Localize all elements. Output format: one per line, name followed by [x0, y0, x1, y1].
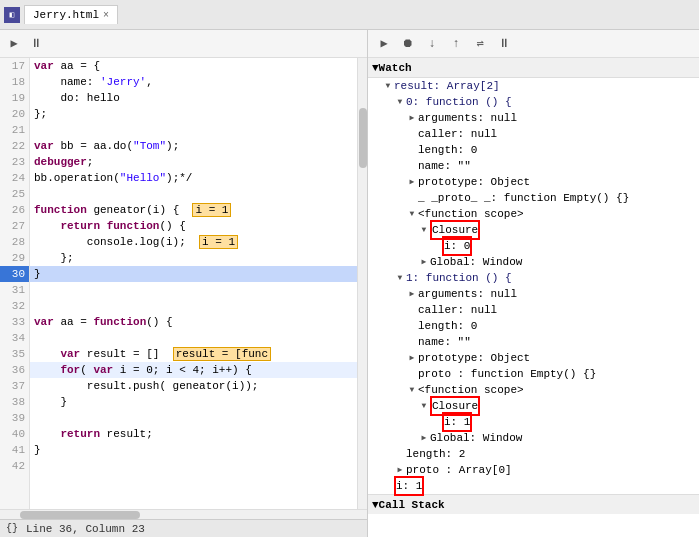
- item0-closure-i: i: 0: [368, 238, 699, 254]
- code-line-24: bb.operation("Hello");*/: [30, 170, 357, 186]
- item0-closure-label: Closure: [432, 224, 478, 236]
- item1-scope-toggle[interactable]: ▼: [406, 384, 418, 396]
- item0-proto-toggle[interactable]: ▶: [406, 176, 418, 188]
- item0-global-toggle[interactable]: ▶: [418, 256, 430, 268]
- file-tab[interactable]: Jerry.html ×: [24, 5, 118, 24]
- item0-proto: _ _proto_ _: function Empty() {}: [368, 190, 699, 206]
- item1-global: ▶ Global: Window: [368, 430, 699, 446]
- item1-closure-label: Closure: [432, 400, 478, 412]
- item1-global-toggle[interactable]: ▶: [418, 432, 430, 444]
- item0-caller-text: caller: null: [418, 126, 497, 142]
- main-area: ▶ ⏸ 17 18 19 20 21 22 23 24 25 26 27 28 …: [0, 30, 699, 537]
- callstack-label: Call Stack: [379, 499, 445, 511]
- item1-args-toggle[interactable]: ▶: [406, 288, 418, 300]
- item0-row[interactable]: ▼ 0: function () {: [368, 94, 699, 110]
- item0-closure-toggle[interactable]: ▼: [418, 224, 430, 236]
- item1-i-box: i: 1: [442, 412, 472, 432]
- code-area: 17 18 19 20 21 22 23 24 25 26 27 28 29 3…: [0, 58, 367, 509]
- bottom-i-box: i: 1: [394, 476, 424, 496]
- item1-row[interactable]: ▼ 1: function () {: [368, 270, 699, 286]
- item1-caller: caller: null: [368, 302, 699, 318]
- linenum-22: 22: [0, 138, 29, 154]
- linenum-18: 18: [0, 74, 29, 90]
- code-line-30: }: [30, 266, 357, 282]
- item0-i-box: i: 0: [442, 236, 472, 256]
- code-line-38: }: [30, 394, 357, 410]
- bottom-i-text: i: 1: [396, 480, 422, 492]
- run-btn[interactable]: ▶: [4, 34, 24, 54]
- linenum-34: 34: [0, 330, 29, 346]
- editor-hscroll-thumb[interactable]: [20, 511, 140, 519]
- linenum-41: 41: [0, 442, 29, 458]
- item1-name: name: "": [368, 334, 699, 350]
- code-line-28: console.log(i); i = 1: [30, 234, 357, 250]
- item0-function-scope[interactable]: ▼ <function scope>: [368, 206, 699, 222]
- item1-closure-row[interactable]: ▼ Closure: [368, 398, 699, 414]
- editor-panel: ▶ ⏸ 17 18 19 20 21 22 23 24 25 26 27 28 …: [0, 30, 368, 537]
- item0-arguments: ▶ arguments: null: [368, 110, 699, 126]
- item0-name: name: "": [368, 158, 699, 174]
- linenum-39: 39: [0, 410, 29, 426]
- status-text: Line 36, Column 23: [26, 523, 145, 535]
- status-bar: {} Line 36, Column 23: [0, 519, 367, 537]
- watch-section[interactable]: ▼ Watch ▼ result: Array[2] ▼ 0: function…: [368, 58, 699, 537]
- linenum-21: 21: [0, 122, 29, 138]
- file-icon: ◧: [4, 7, 20, 23]
- linenum-38: 38: [0, 394, 29, 410]
- code-content[interactable]: var aa = { name: 'Jerry', do: hello }; v…: [30, 58, 357, 509]
- result-length: length: 2: [368, 446, 699, 462]
- item0-caller: caller: null: [368, 126, 699, 142]
- callstack-toggle[interactable]: ▼: [372, 499, 379, 511]
- debug-panel: ▶ ⏺ ↓ ↑ ⇌ ⏸ ▼ Watch ▼ result: Array[2] ▼…: [368, 30, 699, 537]
- item1-closure-i: i: 1: [368, 414, 699, 430]
- item1-toggle[interactable]: ▼: [394, 272, 406, 284]
- item0-closure-row[interactable]: ▼ Closure: [368, 222, 699, 238]
- result-proto-toggle[interactable]: ▶: [394, 464, 406, 476]
- item1-name-text: name: "": [418, 334, 471, 350]
- pause-btn[interactable]: ⏸: [26, 34, 46, 54]
- linenum-33: 33: [0, 314, 29, 330]
- item1-proto-toggle[interactable]: ▶: [406, 352, 418, 364]
- linenum-42: 42: [0, 458, 29, 474]
- editor-scroll-thumb[interactable]: [359, 108, 367, 168]
- code-line-17: var aa = {: [30, 58, 357, 74]
- item0-label: 0: function () {: [406, 94, 512, 110]
- code-line-29: };: [30, 250, 357, 266]
- linenum-19: 19: [0, 90, 29, 106]
- result-array[interactable]: ▼ result: Array[2]: [368, 78, 699, 94]
- step-into-btn[interactable]: ↓: [422, 34, 442, 54]
- title-bar: ◧ Jerry.html ×: [0, 0, 699, 30]
- result-toggle[interactable]: ▼: [382, 80, 394, 92]
- tab-close-button[interactable]: ×: [103, 10, 109, 21]
- step-out-btn[interactable]: ↑: [446, 34, 466, 54]
- item1-function-scope[interactable]: ▼ <function scope>: [368, 382, 699, 398]
- item1-arguments: ▶ arguments: null: [368, 286, 699, 302]
- editor-hscrollbar[interactable]: [0, 509, 367, 519]
- pause-debug-btn[interactable]: ⏸: [494, 34, 514, 54]
- code-line-22: var bb = aa.do("Tom");: [30, 138, 357, 154]
- watch-toggle[interactable]: ▼: [372, 62, 379, 74]
- item1-closure-toggle[interactable]: ▼: [418, 400, 430, 412]
- item0-prototype: ▶ prototype: Object: [368, 174, 699, 190]
- linenum-23: 23: [0, 154, 29, 170]
- item0-scope-toggle[interactable]: ▼: [406, 208, 418, 220]
- step-over-btn[interactable]: ⇌: [470, 34, 490, 54]
- item1-proto: proto : function Empty() {}: [368, 366, 699, 382]
- tab-filename: Jerry.html: [33, 9, 99, 21]
- editor-scrollbar[interactable]: [357, 58, 367, 509]
- record-btn[interactable]: ⏺: [398, 34, 418, 54]
- linenum-24: 24: [0, 170, 29, 186]
- item1-prototype-text: prototype: Object: [418, 350, 530, 366]
- callstack-header[interactable]: ▼ Call Stack: [368, 494, 699, 514]
- linenum-32: 32: [0, 298, 29, 314]
- resume-btn[interactable]: ▶: [374, 34, 394, 54]
- code-line-21: [30, 122, 357, 138]
- item0-toggle[interactable]: ▼: [394, 96, 406, 108]
- status-icon: {}: [6, 523, 18, 534]
- linenum-30: 30: [0, 266, 29, 282]
- item0-args-toggle[interactable]: ▶: [406, 112, 418, 124]
- item1-label: 1: function () {: [406, 270, 512, 286]
- code-line-40: return result;: [30, 426, 357, 442]
- item1-arguments-text: arguments: null: [418, 286, 517, 302]
- linenum-17: 17: [0, 58, 29, 74]
